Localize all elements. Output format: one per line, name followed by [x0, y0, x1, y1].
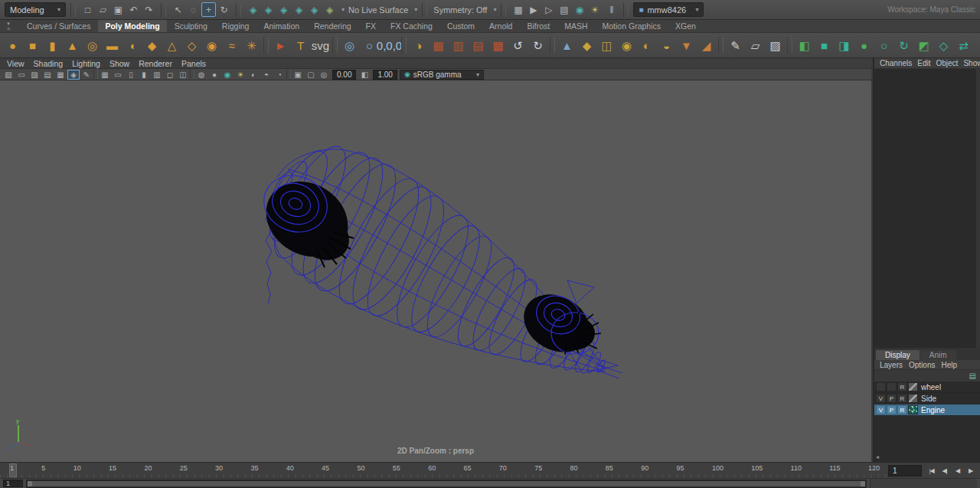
- edit[interactable]: Edit: [915, 59, 933, 67]
- shelf-tab-xgen[interactable]: XGen: [668, 20, 703, 32]
- wireframe-display-icon[interactable]: ◍: [195, 70, 207, 80]
- make-object-live-icon[interactable]: ◈: [322, 2, 337, 17]
- origin-locator-icon[interactable]: 0,0,0: [380, 35, 399, 56]
- viewport-toolbar-separator[interactable]: [190, 70, 194, 79]
- construction-plane-icon[interactable]: ◎: [340, 35, 359, 56]
- save-scene-icon[interactable]: ▣: [111, 2, 126, 17]
- wedge-icon[interactable]: ◢: [697, 35, 716, 56]
- shelf-tab-custom[interactable]: Custom: [440, 20, 482, 32]
- symmetry-selector[interactable]: Symmetry: Off: [432, 5, 488, 15]
- poly-cube-icon[interactable]: ■: [23, 35, 42, 56]
- shelf-tab-animation[interactable]: Animation: [256, 20, 306, 32]
- spin-edge-icon[interactable]: ↻: [894, 35, 913, 56]
- snap-to-curve-icon[interactable]: ◈: [261, 2, 276, 17]
- shelf-separator[interactable]: [787, 37, 792, 54]
- mirror-icon[interactable]: ◧: [795, 35, 814, 56]
- slide-edge-icon[interactable]: ▨: [766, 35, 785, 56]
- channel-box-scrollbar[interactable]: [976, 69, 980, 348]
- shading[interactable]: Shading: [30, 59, 67, 68]
- poly-sphere-icon[interactable]: ●: [3, 35, 22, 56]
- gamma-icon[interactable]: ◧: [358, 70, 371, 80]
- shelf-tab-curves-surfaces[interactable]: Curves / Surfaces: [20, 20, 97, 32]
- sweep-mesh-icon[interactable]: ►: [271, 35, 290, 56]
- shelf-tab-mash[interactable]: MASH: [557, 20, 594, 32]
- layer-display-type-toggle[interactable]: R: [897, 382, 907, 391]
- step-back-frame-button[interactable]: ◀|: [939, 465, 950, 477]
- sculpt-tool-icon[interactable]: ▱: [746, 35, 765, 56]
- shelf-tab-rigging[interactable]: Rigging: [215, 20, 256, 32]
- exposure-field[interactable]: 0.00: [332, 70, 356, 80]
- shelf-tab-fx-caching[interactable]: FX Caching: [384, 20, 439, 32]
- display[interactable]: Display: [876, 350, 920, 360]
- uv-projection-icon[interactable]: ◑: [409, 35, 428, 56]
- separate-icon[interactable]: ◨: [835, 35, 854, 56]
- grid-toggle-icon[interactable]: ▦: [99, 70, 111, 80]
- lasso-tool-icon[interactable]: ◌: [186, 2, 201, 17]
- shelf-separator[interactable]: [332, 37, 338, 54]
- range-slider[interactable]: [26, 480, 867, 488]
- shelf-tab-options-button[interactable]: ▾: [2, 21, 15, 26]
- layer-row[interactable]: V P R Side: [874, 393, 980, 404]
- channels[interactable]: Channels: [877, 59, 914, 67]
- shelf-tab-rendering[interactable]: Rendering: [307, 20, 358, 32]
- shelf-menu-button[interactable]: ≡: [2, 26, 15, 31]
- range-slider-inner[interactable]: [28, 481, 865, 486]
- layer-playback-toggle[interactable]: P: [887, 405, 897, 414]
- snap-to-point-icon[interactable]: ◈: [276, 2, 291, 17]
- shelf-tab-poly-modeling[interactable]: Poly Modeling: [98, 20, 166, 32]
- smooth-mesh-preview-icon[interactable]: ↺: [508, 35, 528, 56]
- open-render-view-icon[interactable]: ▦: [511, 2, 525, 17]
- boolean-union-icon[interactable]: ◉: [617, 35, 636, 56]
- range-start-field[interactable]: 1: [3, 480, 23, 487]
- quad-draw-icon[interactable]: ✎: [726, 35, 745, 56]
- live-surface-indicator[interactable]: No Live Surface: [347, 5, 410, 15]
- two-d-pan-zoom-icon[interactable]: ◈: [67, 70, 80, 80]
- layer-row[interactable]: V P R Engine: [874, 404, 980, 416]
- poly-platonic-icon[interactable]: ◆: [142, 35, 162, 56]
- boolean-intersection-icon[interactable]: ◒: [657, 35, 676, 56]
- exposure-icon[interactable]: ◎: [318, 70, 330, 80]
- layer-row[interactable]: R wheel: [874, 382, 980, 393]
- camera-attributes-icon[interactable]: ▨: [28, 70, 41, 80]
- extrude-icon[interactable]: ▲: [557, 35, 577, 56]
- layer-playback-toggle[interactable]: P: [887, 394, 897, 403]
- snap-to-projected-center-icon[interactable]: ◈: [292, 2, 306, 17]
- multi-cut-icon[interactable]: ▦: [429, 35, 448, 56]
- offset-edge-loop-icon[interactable]: ▤: [469, 35, 488, 56]
- layer-color-swatch[interactable]: [908, 394, 918, 403]
- poly-cone-icon[interactable]: ▲: [63, 35, 82, 56]
- shelf-tab-arnold[interactable]: Arnold: [482, 20, 519, 32]
- shelf-separator[interactable]: [550, 37, 555, 54]
- chevron-down-icon[interactable]: ▾: [341, 6, 345, 13]
- poly-gear-icon[interactable]: ✳: [242, 35, 261, 56]
- poly-cylinder-icon[interactable]: ▮: [43, 35, 62, 56]
- anim[interactable]: Anim: [920, 350, 956, 360]
- layer-color-swatch[interactable]: [908, 382, 918, 391]
- snap-to-grid-icon[interactable]: ◈: [246, 2, 260, 17]
- open-scene-icon[interactable]: ▱: [96, 2, 110, 17]
- show[interactable]: Show: [961, 59, 980, 67]
- select-camera-icon[interactable]: ▧: [2, 70, 15, 80]
- shadows-toggle-icon[interactable]: ◐: [247, 70, 260, 80]
- insert-edge-loop-icon[interactable]: ▥: [449, 35, 468, 56]
- redo-icon[interactable]: ↷: [142, 2, 156, 17]
- bevel-icon[interactable]: ◆: [577, 35, 596, 56]
- layer-color-swatch[interactable]: [908, 405, 918, 414]
- lighting[interactable]: Lighting: [68, 59, 104, 68]
- view[interactable]: View: [3, 59, 28, 68]
- show[interactable]: Show: [106, 59, 133, 68]
- layer-display-type-toggle[interactable]: R: [897, 405, 907, 414]
- viewport-toolbar-separator[interactable]: [93, 70, 98, 79]
- film-gate-icon[interactable]: ▭: [112, 70, 124, 80]
- layer-visibility-toggle[interactable]: [876, 382, 886, 391]
- hypershade-icon[interactable]: ◉: [572, 2, 586, 17]
- shelf-tab-bifrost[interactable]: Bifrost: [520, 20, 557, 32]
- shelf-separator[interactable]: [401, 37, 407, 54]
- poly-helix-icon[interactable]: ≈: [222, 35, 241, 56]
- grease-pencil-icon[interactable]: ✎: [80, 70, 93, 80]
- poly-pipe-icon[interactable]: ◉: [202, 35, 221, 56]
- gate-mask-icon[interactable]: ▮: [138, 70, 150, 80]
- workspace-selector[interactable]: Workspace: Maya Classic: [887, 5, 975, 14]
- play-forwards-button[interactable]: ▶: [965, 465, 976, 477]
- options[interactable]: Options: [906, 361, 937, 369]
